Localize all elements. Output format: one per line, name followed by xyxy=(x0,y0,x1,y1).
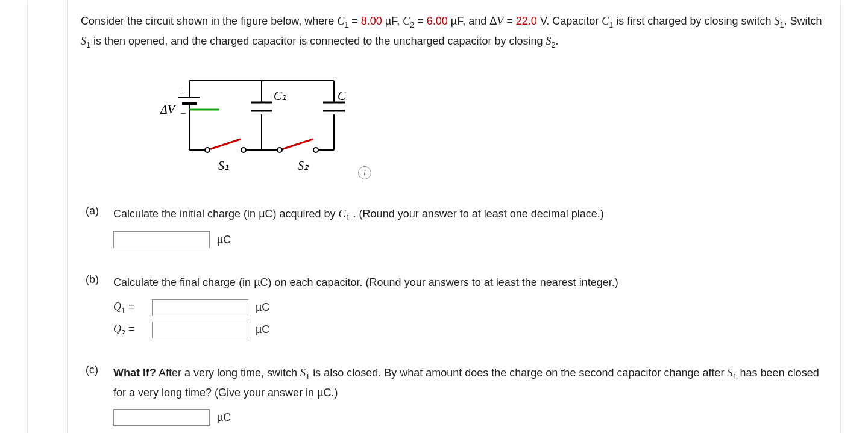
part-c-input[interactable] xyxy=(113,409,210,426)
c1-symbol-2: C xyxy=(602,15,609,27)
eq: = xyxy=(351,15,361,27)
c2-fig-label: C₂ xyxy=(338,89,346,102)
q1-unit: µC xyxy=(256,298,269,317)
line2b: is then opened, and the charged capacito… xyxy=(93,35,546,47)
part-b-text: Calculate the final charge (in µC) on ea… xyxy=(113,276,618,288)
circuit-figure: ΔV + − C₁ C₂ S₁ S₂ xyxy=(147,69,346,183)
s1-symbol-2: S xyxy=(81,35,86,47)
period2: . xyxy=(556,35,559,47)
part-c-bold: What If? xyxy=(113,367,156,379)
intro-text: Consider the circuit shown in the figure… xyxy=(81,15,337,27)
eq3: = xyxy=(506,15,516,27)
part-a-input[interactable] xyxy=(113,231,210,248)
minus-label: − xyxy=(180,107,186,119)
c1-sub-2: 1 xyxy=(609,21,613,30)
q2-label: Q2 = xyxy=(113,320,147,340)
problem-intro: Consider the circuit shown in the figure… xyxy=(81,12,825,52)
part-c-text-pre: After a very long time, switch xyxy=(159,367,300,379)
part-c-label: (c) xyxy=(81,364,113,433)
part-c-unit: µC xyxy=(217,408,231,427)
post-dv2: is first charged by closing switch xyxy=(616,15,774,27)
svg-point-24 xyxy=(277,148,282,152)
c1-symbol: C xyxy=(337,15,344,27)
svg-point-22 xyxy=(205,148,210,152)
c1-value: 8.00 xyxy=(361,15,382,27)
part-a-text-pre: Calculate the initial charge (in µC) acq… xyxy=(113,208,339,220)
svg-line-17 xyxy=(207,139,241,150)
s2-sub: 2 xyxy=(552,41,556,49)
v-symbol: V xyxy=(497,15,503,27)
info-icon[interactable]: i xyxy=(358,166,371,179)
dv-value: 22.0 xyxy=(516,15,537,27)
q1-label: Q1 = xyxy=(113,297,147,317)
part-c-s1b: S xyxy=(728,367,733,379)
s2-symbol: S xyxy=(546,35,552,47)
c1-fig-label: C₁ xyxy=(274,89,286,102)
period: . xyxy=(784,15,787,27)
part-c-text-mid: is also closed. By what amount does the … xyxy=(313,367,727,379)
uf2: µF, and Δ xyxy=(451,15,497,27)
q2-input[interactable] xyxy=(152,322,248,338)
part-c-s1: S xyxy=(300,367,306,379)
svg-point-23 xyxy=(241,148,246,152)
c2-value: 6.00 xyxy=(427,15,448,27)
s1-sub-2: 1 xyxy=(86,41,90,49)
dv-label: ΔV xyxy=(160,103,177,116)
c1-sub: 1 xyxy=(344,21,348,30)
svg-line-20 xyxy=(280,139,313,150)
part-a-c1: C xyxy=(339,208,346,220)
c2-symbol: C xyxy=(403,15,410,27)
s1-fig-label: S₁ xyxy=(218,159,229,172)
q1-input[interactable] xyxy=(152,299,248,316)
plus-label: + xyxy=(180,87,186,97)
svg-point-25 xyxy=(313,148,318,152)
c2-sub: 2 xyxy=(410,21,414,30)
q2-unit: µC xyxy=(256,320,269,339)
part-a-text-post: . (Round your answer to at least one dec… xyxy=(353,208,604,220)
uf1: µF, xyxy=(385,15,403,27)
post-dv: V. Capacitor xyxy=(540,15,602,27)
eq2: = xyxy=(417,15,427,27)
part-a-label: (a) xyxy=(81,205,113,273)
s2-fig-label: S₂ xyxy=(298,159,309,172)
part-b-label: (b) xyxy=(81,273,113,364)
part-a-unit: µC xyxy=(217,231,231,249)
line2a: Switch xyxy=(790,15,822,27)
